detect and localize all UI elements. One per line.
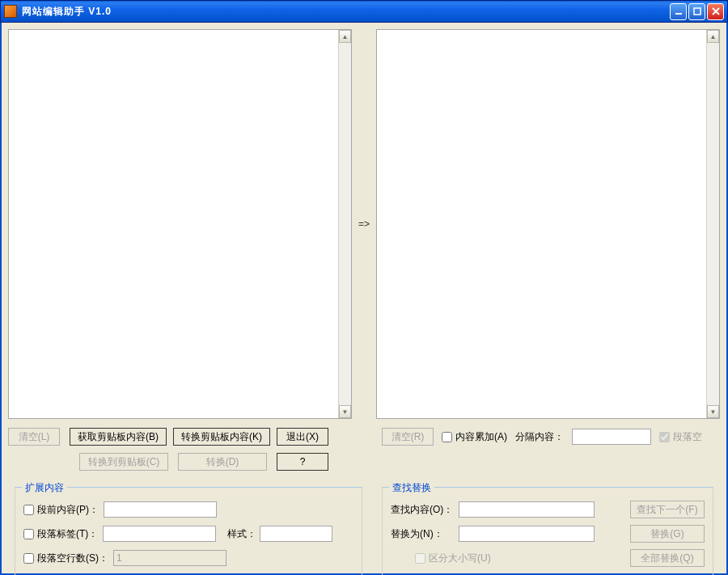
window-title: 网站编辑助手 V1.0 xyxy=(22,5,670,19)
find-input[interactable] xyxy=(459,501,595,518)
result-textarea-container: ▲ ▼ xyxy=(376,29,720,419)
extend-legend: 扩展内容 xyxy=(22,481,67,495)
maximize-button[interactable] xyxy=(688,3,705,20)
client-area: ▲ ▼ => ▲ ▼ 清空(L) 获取剪贴板内容(B) 转换剪贴板内容(K) 退… xyxy=(0,23,728,575)
help-button[interactable]: ? xyxy=(277,453,328,471)
replace-label: 替换为(N)： xyxy=(391,527,459,541)
blank-lines-input xyxy=(113,550,226,566)
source-textarea[interactable] xyxy=(9,30,338,418)
scroll-down-icon[interactable]: ▼ xyxy=(707,405,719,418)
right-button-row: 清空(R) 内容累加(A) 分隔内容： 段落空 xyxy=(382,427,702,446)
case-sensitive-checkbox: 区分大小写(U) xyxy=(415,552,491,565)
tag-checkbox[interactable]: 段落标签(T)： xyxy=(23,527,98,541)
empty-paragraph-label: 段落空 xyxy=(673,430,702,444)
prefix-label: 段前内容(P)： xyxy=(37,503,99,517)
titlebar: 网站编辑助手 V1.0 xyxy=(0,0,728,23)
find-label: 查找内容(O)： xyxy=(391,503,459,517)
clear-right-button[interactable]: 清空(R) xyxy=(382,428,434,446)
left-button-row-2: 转换到剪贴板(C) 转换(D) ? xyxy=(8,453,720,471)
accumulate-checkbox[interactable]: 内容累加(A) xyxy=(442,430,507,444)
close-button[interactable] xyxy=(707,3,724,20)
editor-row: ▲ ▼ => ▲ ▼ xyxy=(8,29,720,419)
scroll-down-icon[interactable]: ▼ xyxy=(339,405,351,418)
find-replace-groupbox: 查找替换 查找内容(O)： 查找下一个(F) 替换为(N)： 替换(G) 区分大… xyxy=(382,487,713,575)
replace-input[interactable] xyxy=(459,526,595,542)
exit-button[interactable]: 退出(X) xyxy=(277,428,328,446)
blank-lines-label: 段落空行数(S)： xyxy=(37,552,108,565)
convert-to-clipboard-button[interactable]: 转换到剪贴板(C) xyxy=(79,453,168,471)
empty-paragraph-checkbox: 段落空 xyxy=(659,430,702,444)
result-textarea[interactable] xyxy=(377,30,706,418)
convert-button[interactable]: 转换(D) xyxy=(178,453,267,471)
case-sensitive-label: 区分大小写(U) xyxy=(429,552,491,565)
minimize-button[interactable] xyxy=(670,3,687,20)
scroll-up-icon[interactable]: ▲ xyxy=(339,30,351,43)
clear-left-button[interactable]: 清空(L) xyxy=(8,428,60,446)
prefix-input[interactable] xyxy=(104,501,217,518)
find-legend: 查找替换 xyxy=(389,481,434,495)
result-scrollbar[interactable]: ▲ ▼ xyxy=(706,30,719,418)
replace-all-button[interactable]: 全部替换(Q) xyxy=(630,549,705,567)
accumulate-label: 内容累加(A) xyxy=(455,430,507,444)
blank-lines-checkbox[interactable]: 段落空行数(S)： xyxy=(23,552,108,565)
prefix-checkbox-input[interactable] xyxy=(23,505,34,515)
source-textarea-container: ▲ ▼ xyxy=(8,29,352,419)
svg-rect-0 xyxy=(675,13,682,15)
scroll-up-icon[interactable]: ▲ xyxy=(707,30,719,43)
tag-label: 段落标签(T)： xyxy=(37,527,98,541)
tag-input[interactable] xyxy=(103,526,216,542)
convert-clipboard-button[interactable]: 转换剪贴板内容(K) xyxy=(173,428,270,446)
blank-lines-checkbox-input[interactable] xyxy=(23,553,34,564)
empty-paragraph-checkbox-input xyxy=(659,432,670,442)
get-clipboard-button[interactable]: 获取剪贴板内容(B) xyxy=(70,428,167,446)
tag-checkbox-input[interactable] xyxy=(23,529,34,539)
app-icon xyxy=(4,5,17,18)
case-sensitive-checkbox-input xyxy=(415,553,425,564)
window-controls xyxy=(670,3,724,20)
separator-input[interactable] xyxy=(572,429,651,445)
replace-button[interactable]: 替换(G) xyxy=(630,525,705,543)
style-input[interactable] xyxy=(260,526,332,542)
arrow-icon: => xyxy=(352,29,376,419)
extend-groupbox: 扩展内容 段前内容(P)： 段落标签(T)： 样式： 段落空行数(S xyxy=(15,487,362,575)
style-label: 样式： xyxy=(227,527,256,541)
source-scrollbar[interactable]: ▲ ▼ xyxy=(338,30,351,418)
separator-label: 分隔内容： xyxy=(515,430,564,444)
find-next-button[interactable]: 查找下一个(F) xyxy=(630,501,705,518)
left-button-row-1: 清空(L) 获取剪贴板内容(B) 转换剪贴板内容(K) 退出(X) xyxy=(8,427,353,446)
prefix-checkbox[interactable]: 段前内容(P)： xyxy=(23,503,99,517)
accumulate-checkbox-input[interactable] xyxy=(442,432,452,442)
svg-rect-1 xyxy=(694,8,700,15)
